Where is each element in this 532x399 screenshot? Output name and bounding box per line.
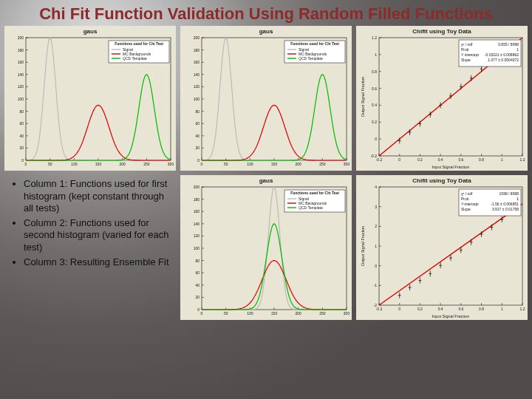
panel-1-2: gaus050100150200250300020406080100120140…	[180, 26, 352, 171]
svg-text:1: 1	[501, 157, 503, 162]
svg-text:0: 0	[197, 158, 200, 163]
svg-text:Output Signal Fraction: Output Signal Fraction	[361, 77, 365, 117]
svg-text:100: 100	[247, 162, 253, 166]
svg-text:0.6: 0.6	[458, 157, 463, 162]
svg-text:250: 250	[143, 162, 150, 166]
svg-text:Y intercept: Y intercept	[461, 52, 479, 57]
svg-text:-0.2: -0.2	[376, 157, 383, 162]
svg-text:200: 200	[295, 311, 301, 316]
svg-text:Y-intercept: Y-intercept	[461, 202, 479, 206]
svg-text:100: 100	[247, 311, 253, 316]
svg-text:80: 80	[195, 259, 200, 263]
svg-text:0.2: 0.2	[417, 157, 423, 162]
svg-text:50: 50	[48, 162, 52, 166]
svg-text:200: 200	[194, 35, 200, 40]
svg-text:0: 0	[201, 311, 203, 316]
svg-text:0.8: 0.8	[479, 157, 484, 162]
svg-text:80: 80	[19, 109, 24, 114]
svg-text:-0.03221 ± 0.008862: -0.03221 ± 0.008862	[485, 52, 519, 57]
svg-text:60: 60	[195, 121, 200, 126]
svg-text:50: 50	[224, 311, 228, 316]
svg-text:0.855 / 8998: 0.855 / 8998	[498, 42, 519, 47]
svg-text:0.8: 0.8	[479, 307, 484, 311]
svg-text:200: 200	[295, 162, 301, 166]
svg-text:Functions used for Chi Test: Functions used for Chi Test	[290, 191, 339, 195]
svg-text:80: 80	[195, 109, 200, 114]
svg-text:60: 60	[19, 121, 24, 126]
panel-2-1-text: Column 1: Functions used for first histo…	[4, 175, 176, 320]
svg-text:2: 2	[375, 225, 377, 229]
bullet-list: Column 1: Functions used for first histo…	[10, 178, 170, 268]
svg-text:120: 120	[18, 85, 24, 89]
svg-text:200: 200	[18, 35, 24, 40]
list-item: Column 2: Functions used for second hist…	[24, 217, 170, 253]
svg-text:40: 40	[19, 134, 24, 138]
svg-text:0.2: 0.2	[372, 120, 377, 125]
panel-1-1: gaus050100150200250300020406080100120140…	[4, 26, 176, 171]
svg-text:1598 / 8998: 1598 / 8998	[499, 191, 519, 196]
svg-text:gaus: gaus	[259, 28, 273, 35]
svg-text:250: 250	[319, 311, 326, 316]
panel-2-2: gaus050100150200250300020406080100120140…	[180, 175, 352, 320]
svg-text:20: 20	[19, 146, 24, 151]
svg-text:0: 0	[201, 162, 203, 166]
svg-text:0.4: 0.4	[438, 157, 443, 162]
svg-text:1: 1	[375, 52, 377, 57]
svg-text:0.4: 0.4	[372, 103, 377, 108]
svg-text:3.917 ± 0.01758: 3.917 ± 0.01758	[492, 207, 519, 211]
svg-text:-1.56 ± 0.006851: -1.56 ± 0.006851	[491, 202, 519, 206]
svg-text:140: 140	[194, 72, 200, 77]
svg-text:QCD Template: QCD Template	[123, 56, 147, 61]
list-item: Column 3: Resulting Ensemble Fit	[24, 256, 170, 268]
svg-text:180: 180	[18, 48, 24, 52]
svg-text:Input Signal Fraction: Input Signal Fraction	[432, 165, 469, 169]
slide-title: Chi Fit Function Validation Using Random…	[0, 0, 532, 23]
svg-text:100: 100	[194, 246, 200, 250]
svg-text:χ² / ndf: χ² / ndf	[461, 42, 473, 47]
svg-text:100: 100	[71, 162, 78, 166]
svg-text:150: 150	[271, 311, 278, 316]
svg-text:150: 150	[271, 162, 278, 166]
svg-text:1.2: 1.2	[520, 307, 525, 311]
svg-text:0: 0	[21, 158, 24, 163]
svg-text:0: 0	[375, 264, 377, 268]
svg-text:Chifit using Toy Data: Chifit using Toy Data	[412, 28, 471, 35]
svg-text:1: 1	[375, 244, 377, 248]
panel-1-3: Chifit using Toy Data-0.200.20.40.60.811…	[356, 26, 528, 171]
svg-text:Slope: Slope	[461, 207, 471, 211]
svg-text:-0.2: -0.2	[376, 307, 383, 311]
svg-text:1.2: 1.2	[372, 35, 377, 40]
svg-text:-2: -2	[374, 303, 378, 307]
svg-text:150: 150	[95, 162, 102, 166]
svg-text:300: 300	[344, 162, 350, 166]
svg-text:0: 0	[197, 307, 200, 312]
svg-text:0: 0	[25, 162, 27, 166]
svg-text:140: 140	[194, 222, 200, 226]
svg-text:160: 160	[18, 60, 24, 64]
svg-text:0.6: 0.6	[458, 307, 463, 311]
svg-text:3: 3	[375, 205, 377, 209]
svg-text:200: 200	[119, 162, 126, 166]
svg-text:120: 120	[194, 234, 200, 239]
svg-text:100: 100	[18, 97, 24, 101]
svg-text:1: 1	[516, 197, 519, 201]
svg-text:300: 300	[168, 162, 174, 166]
svg-text:Slope: Slope	[461, 58, 471, 62]
svg-text:160: 160	[194, 60, 200, 64]
svg-text:250: 250	[319, 162, 326, 166]
svg-text:200: 200	[194, 185, 200, 189]
svg-text:gaus: gaus	[83, 28, 98, 35]
svg-text:Functions used for Chi Test: Functions used for Chi Test	[115, 41, 163, 46]
panel-2-3: Chifit using Toy Data-0.200.20.40.60.811…	[356, 175, 528, 320]
svg-text:Input Signal Fraction: Input Signal Fraction	[432, 314, 469, 318]
svg-text:0.4: 0.4	[438, 307, 443, 311]
svg-text:100: 100	[194, 97, 200, 101]
svg-text:Output Signal Fraction: Output Signal Fraction	[361, 226, 365, 267]
svg-text:180: 180	[194, 48, 200, 52]
svg-text:1.077 ± 0.0004072: 1.077 ± 0.0004072	[488, 58, 519, 62]
svg-text:40: 40	[195, 134, 200, 138]
svg-text:4: 4	[375, 185, 377, 189]
svg-text:0.8: 0.8	[372, 69, 377, 74]
chart-grid: gaus050100150200250300020406080100120140…	[0, 23, 532, 324]
svg-text:Functions used for Chi Test: Functions used for Chi Test	[290, 41, 339, 46]
